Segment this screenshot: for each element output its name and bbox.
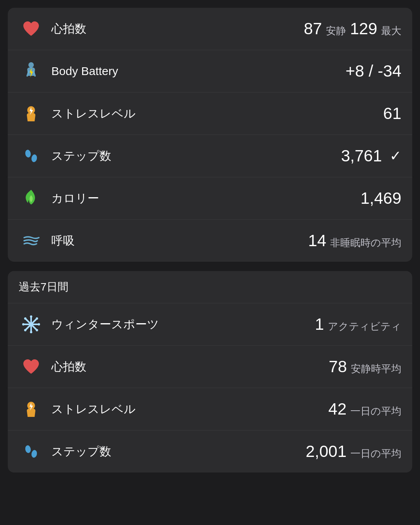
heart-rate-weekly-label: 心拍数 <box>51 359 329 375</box>
svg-point-16 <box>38 323 40 326</box>
svg-point-18 <box>36 329 38 331</box>
weekly-section-header: 過去7日間 <box>8 271 412 303</box>
calories-row[interactable]: カロリー 1,469 <box>8 177 412 220</box>
weekly-card: 過去7日間 ウィンタースポーツ <box>8 271 412 472</box>
stress-icon-weekly <box>19 397 44 422</box>
body-battery-label: Body Battery <box>51 65 345 78</box>
heart-rate-value: 87 安静 129 最大 <box>304 19 401 38</box>
heart-rate-row[interactable]: 心拍数 87 安静 129 最大 <box>8 8 412 50</box>
body-battery-row[interactable]: Body Battery +8 / -34 <box>8 50 412 93</box>
heart-rate-label: 心拍数 <box>51 21 304 37</box>
calories-icon <box>19 186 44 211</box>
respiration-row[interactable]: 呼吸 14 非睡眠時の平均 <box>8 220 412 262</box>
svg-point-15 <box>22 323 24 326</box>
steps-weekly-label: ステップ数 <box>51 444 306 460</box>
heart-icon <box>19 16 44 41</box>
stress-weekly-row[interactable]: ストレスレベル 42 一日の平均 <box>8 388 412 430</box>
heart-rate-weekly-row[interactable]: 心拍数 78 安静時平均 <box>8 346 412 388</box>
winter-sports-label: ウィンタースポーツ <box>51 317 315 332</box>
svg-point-6 <box>24 149 31 158</box>
svg-point-7 <box>31 154 37 163</box>
calories-value: 1,469 <box>360 189 401 208</box>
steps-label: ステップ数 <box>51 148 341 164</box>
stress-row[interactable]: ストレスレベル 61 <box>8 93 412 135</box>
respiration-icon <box>19 228 44 253</box>
steps-row[interactable]: ステップ数 3,761 ✓ <box>8 135 412 177</box>
respiration-label: 呼吸 <box>51 233 308 249</box>
respiration-value: 14 非睡眠時の平均 <box>308 231 401 250</box>
body-battery-value: +8 / -34 <box>345 62 401 80</box>
stress-icon <box>19 101 44 126</box>
weekly-header-text: 過去7日間 <box>19 281 68 293</box>
svg-point-20 <box>24 329 26 331</box>
steps-icon-weekly <box>19 439 44 464</box>
stress-weekly-label: ストレスレベル <box>51 401 328 417</box>
svg-point-0 <box>28 62 34 68</box>
svg-point-12 <box>30 323 33 326</box>
svg-point-24 <box>31 450 37 458</box>
winter-sports-value: 1 アクティビティ <box>315 315 401 334</box>
steps-icon <box>19 144 44 168</box>
stress-label: ストレスレベル <box>51 106 383 122</box>
svg-point-19 <box>36 317 38 320</box>
steps-value: 3,761 <box>341 147 382 165</box>
winter-sports-icon <box>19 312 44 337</box>
steps-weekly-row[interactable]: ステップ数 2,001 一日の平均 <box>8 430 412 472</box>
svg-point-23 <box>24 445 31 453</box>
steps-checkmark: ✓ <box>390 148 401 164</box>
calories-label: カロリー <box>51 191 360 206</box>
svg-point-14 <box>30 331 32 333</box>
body-battery-icon <box>19 59 44 84</box>
svg-point-17 <box>24 317 26 320</box>
heart-rate-weekly-value: 78 安静時平均 <box>329 357 401 376</box>
today-card: 心拍数 87 安静 129 最大 Body Battery +8 / -34 <box>8 8 412 262</box>
stress-value: 61 <box>383 104 401 123</box>
stress-weekly-value: 42 一日の平均 <box>328 400 401 418</box>
heart-icon-weekly <box>19 354 44 379</box>
winter-sports-row[interactable]: ウィンタースポーツ 1 アクティビティ <box>8 303 412 346</box>
svg-point-13 <box>30 315 32 318</box>
steps-weekly-value: 2,001 一日の平均 <box>306 442 401 461</box>
